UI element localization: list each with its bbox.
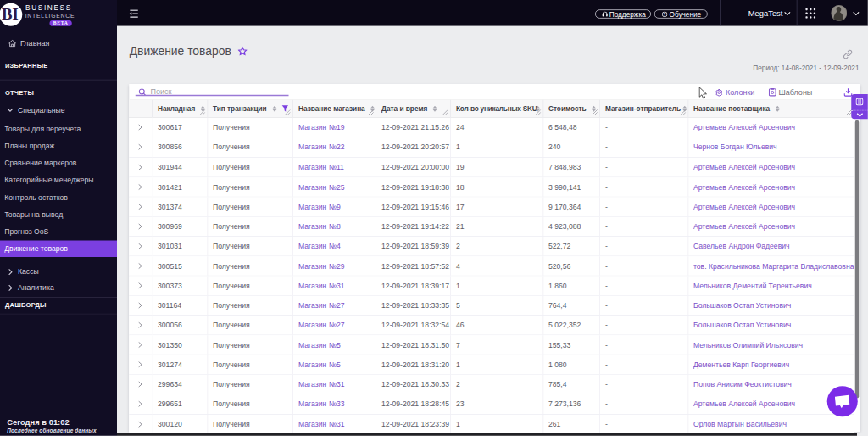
svg-text:?: ? bbox=[664, 13, 666, 17]
